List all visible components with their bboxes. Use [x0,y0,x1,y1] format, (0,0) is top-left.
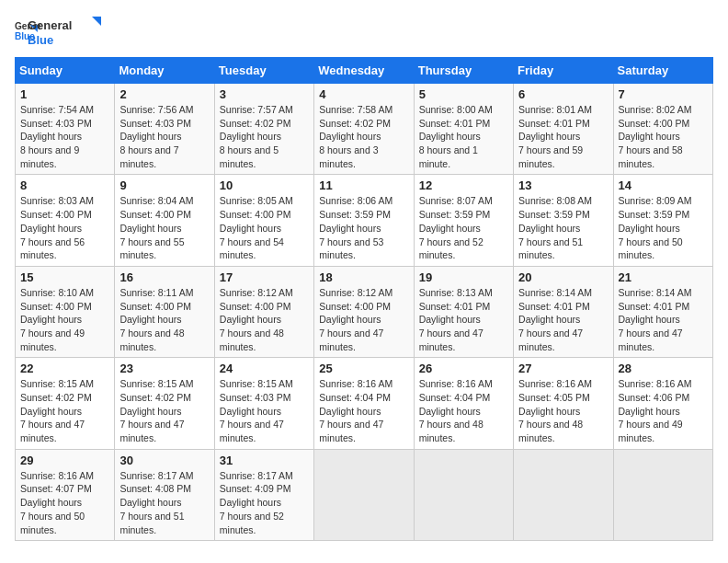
daylight-label: Daylight hours [619,314,680,325]
day-number: 12 [419,178,508,192]
sunset-label: Sunset: 4:00 PM [20,301,92,312]
day-number: 29 [20,454,109,467]
day-number: 18 [319,270,408,284]
day-number: 7 [619,87,708,101]
sunrise-label: Sunrise: 8:16 AM [518,378,592,389]
daylight-label: Daylight hours [20,131,82,142]
day-number: 5 [419,87,508,101]
daylight-label: Daylight hours [319,314,381,325]
day-info: Sunrise: 8:10 AM Sunset: 4:00 PM Dayligh… [20,286,109,353]
day-info: Sunrise: 8:16 AM Sunset: 4:05 PM Dayligh… [518,377,608,444]
day-number: 8 [20,178,109,192]
weekday-header-row: SundayMondayTuesdayWednesdayThursdayFrid… [16,58,713,84]
sunset-label: Sunset: 3:59 PM [419,209,491,220]
day-info: Sunrise: 8:15 AM Sunset: 4:02 PM Dayligh… [20,377,109,444]
calendar-cell: 30 Sunrise: 8:17 AM Sunset: 4:08 PM Dayl… [115,449,214,540]
day-info: Sunrise: 8:03 AM Sunset: 4:00 PM Dayligh… [20,194,109,261]
calendar-cell: 22 Sunrise: 8:15 AM Sunset: 4:02 PM Dayl… [16,358,115,449]
daylight-value: 7 hours and 58 minutes. [619,144,683,169]
daylight-label: Daylight hours [319,223,381,234]
calendar-cell: 1 Sunrise: 7:54 AM Sunset: 4:03 PM Dayli… [16,84,115,175]
day-info: Sunrise: 8:16 AM Sunset: 4:06 PM Dayligh… [619,377,708,444]
daylight-value: 7 hours and 59 minutes. [518,144,583,169]
daylight-value: 7 hours and 51 minutes. [518,236,583,261]
calendar-cell: 14 Sunrise: 8:09 AM Sunset: 3:59 PM Dayl… [613,175,712,266]
daylight-label: Daylight hours [220,131,281,142]
daylight-value: 7 hours and 47 minutes. [319,419,383,443]
weekday-header-friday: Friday [514,58,613,84]
sunrise-label: Sunrise: 8:08 AM [518,195,592,206]
sunrise-label: Sunrise: 8:11 AM [119,287,193,298]
day-number: 2 [119,87,209,101]
sunrise-label: Sunrise: 8:16 AM [319,378,392,389]
sunrise-label: Sunrise: 8:01 AM [518,104,592,115]
day-info: Sunrise: 8:02 AM Sunset: 4:00 PM Dayligh… [619,103,708,170]
weekday-header-wednesday: Wednesday [314,58,414,84]
day-number: 4 [319,87,408,101]
sunset-label: Sunset: 4:03 PM [220,392,291,403]
daylight-label: Daylight hours [20,314,82,325]
sunset-label: Sunset: 4:09 PM [220,483,291,494]
sunset-label: Sunset: 3:59 PM [518,209,590,220]
day-number: 26 [419,362,508,375]
day-number: 15 [20,270,109,284]
daylight-value: 7 hours and 50 minutes. [20,511,85,535]
daylight-value: 7 hours and 49 minutes. [20,327,85,352]
sunset-label: Sunset: 4:03 PM [20,118,92,129]
sunrise-label: Sunrise: 8:16 AM [619,378,692,389]
calendar-cell: 18 Sunrise: 8:12 AM Sunset: 4:00 PM Dayl… [314,266,414,357]
daylight-label: Daylight hours [20,406,82,417]
sunset-label: Sunset: 4:02 PM [20,392,92,403]
daylight-label: Daylight hours [419,131,481,142]
day-info: Sunrise: 8:12 AM Sunset: 4:00 PM Dayligh… [319,286,408,353]
day-info: Sunrise: 8:14 AM Sunset: 4:01 PM Dayligh… [518,286,608,353]
daylight-label: Daylight hours [518,131,580,142]
day-info: Sunrise: 8:17 AM Sunset: 4:09 PM Dayligh… [220,469,309,536]
day-number: 14 [619,178,708,192]
day-info: Sunrise: 7:58 AM Sunset: 4:02 PM Dayligh… [319,103,408,170]
daylight-label: Daylight hours [419,314,481,325]
day-number: 30 [119,454,209,467]
page-header: General Blue General Blue [15,15,713,50]
sunset-label: Sunset: 4:00 PM [119,209,191,220]
sunrise-label: Sunrise: 7:54 AM [20,104,94,115]
sunset-label: Sunset: 4:01 PM [518,118,590,129]
sunrise-label: Sunrise: 8:15 AM [119,378,193,389]
calendar-cell: 7 Sunrise: 8:02 AM Sunset: 4:00 PM Dayli… [613,84,712,175]
daylight-value: 7 hours and 47 minutes. [518,327,583,352]
sunset-label: Sunset: 4:00 PM [319,301,391,312]
calendar-week-row: 8 Sunrise: 8:03 AM Sunset: 4:00 PM Dayli… [16,175,713,266]
weekday-header-tuesday: Tuesday [214,58,313,84]
calendar-cell: 12 Sunrise: 8:07 AM Sunset: 3:59 PM Dayl… [414,175,513,266]
day-number: 11 [319,178,408,192]
svg-marker-5 [92,17,101,26]
calendar-cell: 13 Sunrise: 8:08 AM Sunset: 3:59 PM Dayl… [514,175,613,266]
calendar-cell: 15 Sunrise: 8:10 AM Sunset: 4:00 PM Dayl… [16,266,115,357]
daylight-label: Daylight hours [220,314,281,325]
day-number: 24 [220,362,309,375]
day-info: Sunrise: 8:16 AM Sunset: 4:07 PM Dayligh… [20,469,109,536]
daylight-label: Daylight hours [619,406,680,417]
daylight-label: Daylight hours [419,406,481,417]
calendar-cell: 5 Sunrise: 8:00 AM Sunset: 4:01 PM Dayli… [414,84,513,175]
day-number: 20 [518,270,608,284]
day-number: 21 [619,270,708,284]
daylight-value: 7 hours and 47 minutes. [419,327,483,352]
daylight-label: Daylight hours [220,497,281,508]
calendar-cell [514,449,613,540]
day-info: Sunrise: 7:54 AM Sunset: 4:03 PM Dayligh… [20,103,109,170]
sunset-label: Sunset: 4:00 PM [220,209,291,220]
daylight-value: 8 hours and 3 minutes. [319,144,378,169]
calendar-cell: 3 Sunrise: 7:57 AM Sunset: 4:02 PM Dayli… [214,84,313,175]
daylight-value: 7 hours and 53 minutes. [319,236,383,261]
daylight-value: 7 hours and 49 minutes. [619,419,683,443]
sunset-label: Sunset: 4:01 PM [518,301,590,312]
calendar-cell: 2 Sunrise: 7:56 AM Sunset: 4:03 PM Dayli… [115,84,214,175]
daylight-value: 7 hours and 56 minutes. [20,236,85,261]
calendar-cell: 8 Sunrise: 8:03 AM Sunset: 4:00 PM Dayli… [16,175,115,266]
sunset-label: Sunset: 4:00 PM [220,301,291,312]
calendar-week-row: 15 Sunrise: 8:10 AM Sunset: 4:00 PM Dayl… [16,266,713,357]
day-number: 9 [119,178,209,192]
day-info: Sunrise: 8:04 AM Sunset: 4:00 PM Dayligh… [119,194,209,261]
calendar-cell: 23 Sunrise: 8:15 AM Sunset: 4:02 PM Dayl… [115,358,214,449]
